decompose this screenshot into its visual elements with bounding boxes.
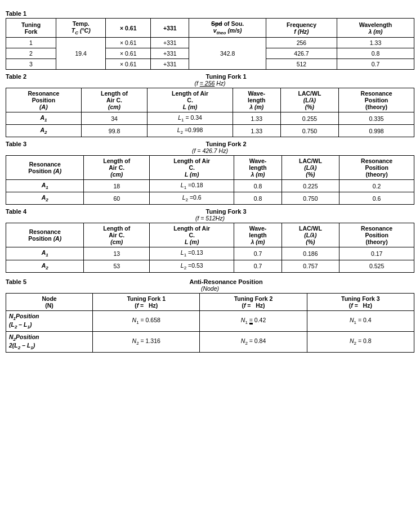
table4-r2-lm: L2 =0.53 — [150, 260, 234, 272]
table2-col5-header: LAC/WL(L/λ)(%) — [280, 88, 338, 112]
table3-r1-pos: A1 — [6, 180, 84, 192]
table1: TuningFork Temp.TC (°C) × 0.61 +331 Spd … — [6, 18, 414, 70]
table3-r2-lac: 0.750 — [282, 192, 339, 205]
table5-r1-v1: N1 = 0.658 — [93, 310, 200, 331]
table2-col2-header: Length ofAir C.(cm) — [81, 88, 147, 112]
table3-r2-len: 60 — [84, 192, 150, 205]
table5-r2-node: N2Position2(L2 – L1) — [6, 331, 93, 352]
table2-r1-lac: 0.255 — [280, 112, 338, 125]
table5-r1-v3: N1 = 0.4 — [307, 310, 414, 331]
table3-r1-wave: 0.8 — [234, 180, 282, 192]
table2-r1-len: 34 — [81, 112, 147, 125]
table4-col6-header: ResonancePosition(theory) — [339, 223, 414, 247]
table1-r3-fork: 3 — [6, 59, 56, 70]
table4: ResonancePosition (A) Length ofAir C.(cm… — [6, 223, 414, 272]
table1-col7-header: Wavelengthλ (m) — [337, 19, 414, 38]
table4-col5-header: LAC/WL(L/λ)(%) — [282, 223, 339, 247]
table2-r1-theory: 0.335 — [339, 112, 414, 125]
table3-col5-header: LAC/WL(L/λ)(%) — [282, 156, 339, 180]
table2-col3-header: Length of AirC.L (m) — [148, 88, 233, 112]
table1-r3-add: +331 — [151, 59, 189, 70]
table4-fork: Tuning Fork 3 — [206, 208, 247, 215]
table3-freq: (f = 426.7 Hz) — [6, 147, 414, 154]
table1-col6-header: Frequencyf (Hz) — [266, 19, 337, 38]
table1-col1-header: TuningFork — [6, 19, 56, 38]
table1-r1-freq: 256 — [266, 38, 337, 48]
table3-row2: A2 60 L2 =0.6 0.8 0.750 0.6 — [6, 192, 414, 205]
table5-r2-v1: N2 = 1.316 — [93, 331, 200, 352]
table4-r2-pos: A2 — [6, 260, 84, 272]
table3-r2-wave: 0.8 — [234, 192, 282, 205]
table1-r1-mult: × 0.61 — [106, 38, 151, 48]
table3-r1-len: 18 — [84, 180, 150, 192]
table2-r1-wave: 1.33 — [233, 112, 280, 125]
table3-r1-theory: 0.2 — [339, 180, 414, 192]
table2-label: Table 2 — [6, 73, 26, 80]
table4-freq: (f = 512Hz) — [6, 215, 414, 222]
table2-r1-lm: L1 = 0.34 — [148, 112, 233, 125]
table5-subtitle: (Node) — [6, 285, 414, 292]
table1-r1-add: +331 — [151, 38, 189, 48]
table1-r2-wave: 0.8 — [337, 48, 414, 59]
table3: ResonancePosition (A) Length ofAir C.(cm… — [6, 155, 414, 205]
table1-r1-temp: 19.4 — [56, 38, 106, 70]
table2-r2-wave: 1.33 — [233, 125, 280, 137]
table4-r2-len: 53 — [84, 260, 150, 272]
table3-r2-pos: A2 — [6, 192, 84, 205]
table3-r1-lm: L1 =0.18 — [150, 180, 234, 192]
table4-r1-pos: A1 — [6, 247, 84, 260]
table2-fork: Tuning Fork 1 — [206, 73, 247, 80]
table3-r2-theory: 0.6 — [339, 192, 414, 205]
table5-row1: N1Position(L2 – L1) N1 = 0.658 N1 = 0.42… — [6, 310, 414, 331]
table5-r1-node: N1Position(L2 – L1) — [6, 310, 93, 331]
table3-row1: A1 18 L1 =0.18 0.8 0.225 0.2 — [6, 180, 414, 192]
table4-label: Table 4 — [6, 208, 26, 215]
table5: Node(N) Tuning Fork 1(f = Hz) Tuning For… — [6, 293, 414, 353]
table1-r1-wave: 1.33 — [337, 38, 414, 48]
table2-r2-pos: A2 — [6, 125, 82, 137]
table2: ResonancePosition(A) Length ofAir C.(cm)… — [6, 88, 414, 137]
table3-col2-header: Length ofAir C.(cm) — [84, 156, 150, 180]
table5-r1-v2: N1 = 0.42 — [200, 310, 307, 331]
table5-row2: N2Position2(L2 – L1) N2 = 1.316 N2 = 0.8… — [6, 331, 414, 352]
table5-r2-v3: N2 = 0.8 — [307, 331, 414, 352]
table1-row1: 1 19.4 × 0.61 +331 342.8 256 1.33 — [6, 38, 414, 48]
table4-row2: A2 53 L2 =0.53 0.7 0.757 0.525 — [6, 260, 414, 272]
table5-col2-header: Tuning Fork 1(f = Hz) — [93, 293, 200, 310]
table5-col1-header: Node(N) — [6, 293, 93, 310]
table1-label: Table 1 — [6, 10, 414, 17]
table1-r2-mult: × 0.61 — [106, 48, 151, 59]
table1-col4-header: +331 — [151, 19, 189, 38]
table3-col1-header: ResonancePosition (A) — [6, 156, 84, 180]
table4-col3-header: Length of AirC.L (m) — [150, 223, 234, 247]
table1-r1-fork: 1 — [6, 38, 56, 48]
table2-col6-header: ResonancePosition(theory) — [339, 88, 414, 112]
table2-r2-lac: 0.750 — [280, 125, 338, 137]
table4-r1-len: 13 — [84, 247, 150, 260]
table4-r2-theory: 0.525 — [339, 260, 414, 272]
table3-r1-lac: 0.225 — [282, 180, 339, 192]
table4-col2-header: Length ofAir C.(cm) — [84, 223, 150, 247]
table1-col2-header: Temp.TC (°C) — [56, 19, 106, 38]
table4-row1: A1 13 L1 =0.13 0.7 0.186 0.17 — [6, 247, 414, 260]
table3-label: Table 3 — [6, 141, 26, 147]
table1-r3-wave: 0.7 — [337, 59, 414, 70]
table5-col4-header: Tuning Fork 3(f = Hz) — [307, 293, 414, 310]
table2-r1-pos: A1 — [6, 112, 82, 125]
table1-col3-header: × 0.61 — [106, 19, 151, 38]
table3-r2-lm: L2 =0.6 — [150, 192, 234, 205]
table5-col3-header: Tuning Fork 2(f = Hz) — [200, 293, 307, 310]
table3-col4-header: Wave-lengthλ (m) — [234, 156, 282, 180]
table4-r1-lac: 0.186 — [282, 247, 339, 260]
table2-r2-len: 99.8 — [81, 125, 147, 137]
table5-r2-v2: N2 = 0.84 — [200, 331, 307, 352]
table1-r2-fork: 2 — [6, 48, 56, 59]
table4-r2-lac: 0.757 — [282, 260, 339, 272]
table4-r1-theory: 0.17 — [339, 247, 414, 260]
table2-col4-header: Wave-lengthλ (m) — [233, 88, 280, 112]
table4-r1-lm: L1 =0.13 — [150, 247, 234, 260]
table1-r1-spd: 342.8 — [189, 38, 266, 70]
table2-freq: (f = 256 Hz) — [6, 80, 414, 87]
table4-col4-header: Wave-lengthλ (m) — [234, 223, 282, 247]
table1-r2-add: +331 — [151, 48, 189, 59]
